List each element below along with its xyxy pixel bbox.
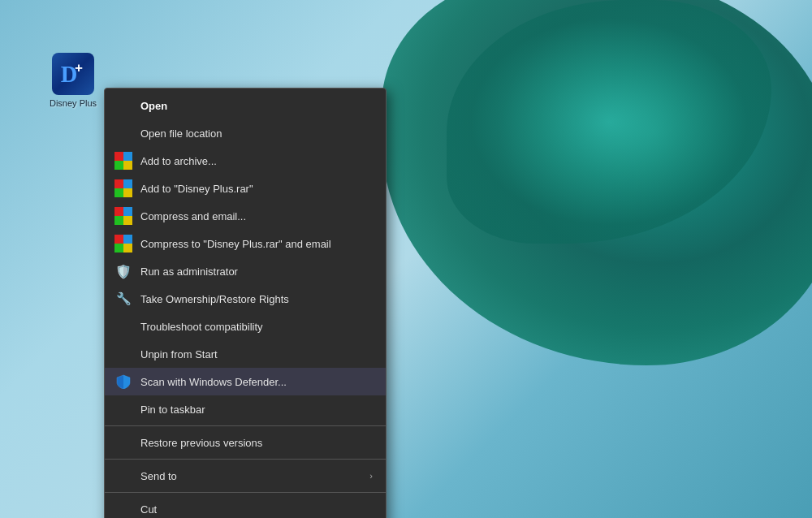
tools-icon: 🔧	[114, 290, 132, 308]
menu-item-pin-taskbar[interactable]: Pin to taskbar	[105, 395, 386, 423]
menu-item-open-file-location[interactable]: Open file location	[105, 119, 386, 147]
no-icon-open	[114, 97, 132, 114]
menu-item-add-to-rar[interactable]: Add to "Disney Plus.rar"	[105, 175, 386, 202]
desktop-icon-label: Disney Plus	[41, 98, 106, 108]
menu-item-take-ownership[interactable]: 🔧 Take Ownership/Restore Rights	[105, 285, 386, 313]
menu-item-open[interactable]: Open	[105, 92, 386, 119]
menu-item-cut[interactable]: Cut	[105, 495, 386, 518]
no-icon-cut	[114, 500, 132, 518]
send-to-arrow: ›	[369, 471, 373, 481]
menu-item-troubleshoot[interactable]: Troubleshoot compatibility	[105, 313, 386, 340]
winrar-icon-1	[114, 152, 132, 170]
menu-item-add-to-archive[interactable]: Add to archive...	[105, 147, 386, 175]
winrar-icon-3	[114, 207, 132, 225]
desktop-icon-disney-plus[interactable]: D + Disney Plus	[41, 53, 106, 108]
no-icon-unpin	[114, 345, 132, 363]
menu-item-restore-versions[interactable]: Restore previous versions	[105, 429, 386, 456]
no-icon-sendto	[114, 467, 132, 485]
menu-item-unpin-start[interactable]: Unpin from Start	[105, 340, 386, 368]
menu-item-send-to[interactable]: Send to ›	[105, 462, 386, 490]
no-icon-ofl	[114, 124, 132, 142]
separator-1	[105, 425, 386, 426]
winrar-icon-2	[114, 179, 132, 197]
menu-item-compress-to-rar-email[interactable]: Compress to "Disney Plus.rar" and email	[105, 230, 386, 257]
defender-icon	[114, 373, 132, 391]
no-icon-restore	[114, 434, 132, 451]
svg-text:+: +	[75, 60, 83, 76]
no-icon-troubleshoot	[114, 317, 132, 335]
shield-yellow-icon: 🛡️	[114, 262, 132, 280]
no-icon-pin	[114, 400, 132, 418]
menu-item-run-as-admin[interactable]: 🛡️ Run as administrator	[105, 257, 386, 285]
context-menu: Open Open file location Add to archive..…	[104, 88, 387, 518]
disney-plus-icon-image: D +	[52, 53, 94, 95]
separator-2	[105, 459, 386, 460]
winrar-icon-4	[114, 235, 132, 253]
menu-item-compress-email[interactable]: Compress and email...	[105, 202, 386, 230]
menu-item-scan-defender[interactable]: Scan with Windows Defender...	[105, 368, 386, 395]
separator-3	[105, 492, 386, 493]
